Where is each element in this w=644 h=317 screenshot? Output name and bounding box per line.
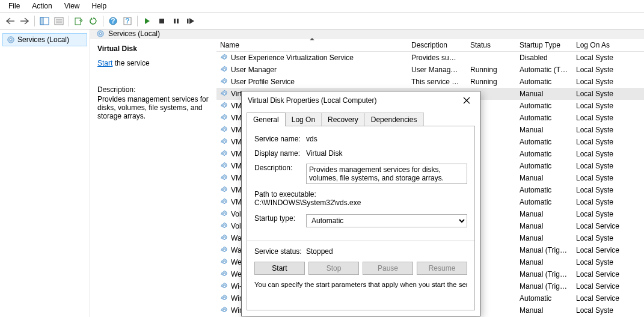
cell-startup-type: Automatic (T… [516,66,572,74]
column-log-on-as[interactable]: Log On As [572,39,633,51]
gear-icon [220,54,228,62]
cell-startup-type: Automatic [516,186,572,194]
svg-point-29 [223,177,225,179]
gear-icon [220,198,228,206]
gear-icon [220,222,228,230]
svg-point-16 [10,38,12,41]
gear-icon [220,210,228,218]
tree-pane: Services (Local) [0,29,90,317]
toolbar: ? ? [0,13,644,29]
cell-log-on-as: Local Syste [572,210,633,218]
start-button[interactable]: Start [254,262,305,275]
cell-log-on-as: Local Syste [572,90,633,98]
gear-icon [220,114,228,122]
tab-dependencies[interactable]: Dependencies [364,112,424,126]
start-parameters-note: You can specify the start parameters tha… [254,281,467,288]
svg-rect-11 [159,19,164,23]
svg-point-35 [223,249,225,251]
gear-icon [96,29,105,38]
cell-startup-type: Manual [516,258,572,266]
cell-startup-type: Automatic [516,138,572,146]
svg-point-20 [223,69,225,71]
service-status-label: Service status: [254,247,306,256]
cell-name: User Profile Service [216,78,408,86]
cell-log-on-as: Local Syste [572,150,633,158]
svg-point-28 [223,165,225,167]
cell-log-on-as: Local Syste [572,126,633,134]
svg-rect-12 [174,19,176,23]
column-startup-type[interactable]: Startup Type [516,39,572,51]
help-button[interactable]: ? [106,14,120,28]
tree-item-services-local[interactable]: Services (Local) [2,33,87,46]
show-hide-tree-button[interactable] [38,14,51,28]
svg-text:?: ? [125,17,129,25]
svg-point-23 [223,105,225,107]
resume-button: Resume [417,262,467,275]
cell-startup-type: Manual (Trig… [516,282,572,291]
cell-startup-type: Manual [516,306,572,315]
cell-log-on-as: Local Syste [572,174,633,182]
cell-startup-type: Manual (Trig… [516,270,572,279]
cell-startup-type: Manual [516,210,572,218]
cell-log-on-as: Local Service [572,270,633,279]
cell-log-on-as: Local Syste [572,78,633,86]
tab-panel-general: Service name: vds Display name: Virtual … [247,126,475,310]
tab-log-on[interactable]: Log On [285,112,322,126]
stop-service-button[interactable] [155,14,168,28]
column-description[interactable]: Description [408,39,467,51]
svg-point-22 [223,93,225,95]
service-name-label: Service name: [254,135,306,143]
cell-startup-type: Manual [516,234,572,242]
cell-startup-type: Manual [516,90,572,98]
svg-rect-6 [75,18,81,25]
dialog-titlebar[interactable]: Virtual Disk Properties (Local Computer) [242,91,480,109]
pause-service-button[interactable] [170,14,183,28]
menu-help[interactable]: Help [87,1,112,11]
menu-action[interactable]: Action [27,1,57,11]
cell-startup-type: Automatic [516,102,572,110]
list-header: Name Description Status Startup Type Log… [216,38,644,52]
gear-icon [220,234,228,242]
gear-icon [220,186,228,194]
menu-view[interactable]: View [60,1,85,11]
menubar: File Action View Help [0,0,644,12]
table-row[interactable]: User ManagerUser Manag…RunningAutomatic … [216,64,644,76]
tree-item-label: Services (Local) [17,35,69,44]
gear-icon [220,306,228,315]
cell-log-on-as: Local Syste [572,162,633,170]
svg-point-32 [223,213,225,215]
svg-point-33 [223,225,225,227]
properties-button[interactable] [52,14,66,28]
service-properties-dialog: Virtual Disk Properties (Local Computer)… [241,91,480,316]
dialog-title: Virtual Disk Properties (Local Computer) [248,96,453,105]
help2-button[interactable]: ? [121,14,134,28]
menu-file[interactable]: File [4,1,25,11]
cell-description: User Manag… [408,66,467,74]
cell-log-on-as: Local Service [572,222,633,230]
column-status[interactable]: Status [467,39,516,51]
table-row[interactable]: User Profile ServiceThis service …Runnin… [216,76,644,88]
description-text: Provides management services for disks, … [97,95,209,120]
column-name[interactable]: Name [216,39,408,51]
startup-type-select[interactable]: Automatic [306,214,467,227]
gear-icon [7,35,15,44]
start-service-link[interactable]: Start [97,59,112,67]
forward-button[interactable] [18,14,31,28]
description-field[interactable] [306,164,467,184]
gear-icon [220,258,228,266]
refresh-button[interactable] [87,14,100,28]
content-header: Services (Local) [90,29,644,38]
tab-recovery[interactable]: Recovery [321,112,365,126]
back-button[interactable] [4,14,17,28]
start-service-button[interactable] [141,14,154,28]
svg-point-24 [223,117,225,119]
svg-point-38 [223,285,225,288]
gear-icon [220,150,228,158]
stop-button: Stop [308,262,359,275]
tab-general[interactable]: General [247,112,286,126]
export-button[interactable] [72,14,85,28]
cell-startup-type: Automatic [516,198,572,206]
close-button[interactable] [453,91,480,109]
restart-service-button[interactable] [184,14,197,28]
table-row[interactable]: User Experience Virtualization ServicePr… [216,52,644,64]
